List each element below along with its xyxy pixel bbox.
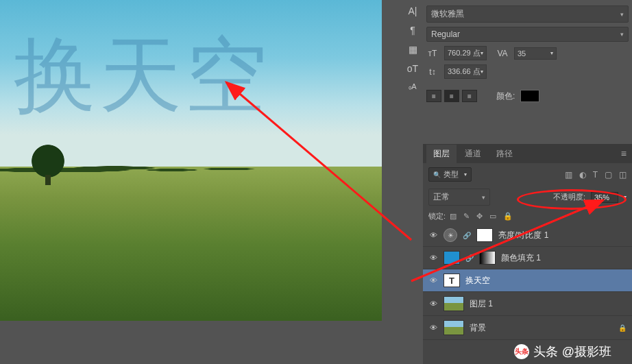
watermark: 头条 头条 @摄影班 [514,343,611,360]
visibility-toggle[interactable]: 👁 [428,276,438,285]
lock-icon: 🔒 [618,324,627,332]
character-panel: 微软雅黑 Regular тT 760.29 点 VA 35 t↕ 336.66… [426,3,629,104]
font-family-select[interactable]: 微软雅黑 [426,5,629,23]
lock-pixels-icon[interactable]: ✎ [463,212,470,221]
opacity-input[interactable]: 35% [591,192,618,203]
layer-name[interactable]: 颜色填充 1 [501,252,541,264]
leading-input[interactable]: 336.66 点 [444,64,487,79]
tracking-input[interactable]: 35 [514,47,557,60]
filter-shape-icon[interactable]: ▢ [605,170,612,180]
font-family-value: 微软雅黑 [431,8,464,20]
layer-name[interactable]: 图层 1 [470,298,493,310]
visibility-toggle[interactable]: 👁 [428,230,438,240]
opacity-dropdown-icon[interactable]: ▾ [624,194,627,200]
layer-row[interactable]: 👁 图层 1 [423,292,632,316]
filter-type-icon[interactable]: T [593,170,598,180]
watermark-prefix: 头条 [533,343,558,360]
lock-label: 锁定: [428,211,446,221]
image-layer-thumb[interactable] [443,320,464,335]
layer-row[interactable]: 👁 T 换天空 [423,269,632,292]
text-orientation-icon[interactable]: A| [409,5,417,16]
text-color-swatch[interactable] [520,90,539,102]
layer-filter-select[interactable]: 类型 [428,167,472,182]
layer-row[interactable]: 👁 背景 🔒 [423,316,632,340]
layer-name[interactable]: 背景 [470,322,486,334]
panel-menu-icon[interactable]: ≡ [621,148,627,159]
opentype-icon[interactable]: oT [407,63,418,74]
watermark-user: @摄影班 [562,343,611,360]
visibility-toggle[interactable]: 👁 [428,253,438,263]
panel-tabs: 图层 通道 路径 ≡ [423,144,632,163]
visibility-toggle[interactable]: 👁 [428,323,438,332]
canvas-tree [27,144,69,178]
link-icon: 🔗 [465,254,474,262]
glyphs-icon[interactable]: ▦ [409,44,417,55]
font-size-icon: тT [426,47,439,60]
layer-mask-thumb[interactable] [476,228,493,242]
lock-position-icon[interactable]: ✥ [476,212,483,221]
toutiao-logo-icon: 头条 [514,344,529,359]
font-style-select[interactable]: Regular [426,27,629,42]
layer-row[interactable]: 👁 🔗 颜色填充 1 [423,247,632,269]
tracking-icon: VA [496,47,509,60]
tab-paths[interactable]: 路径 [489,145,520,163]
lock-transparency-icon[interactable]: ▨ [450,212,457,221]
color-label: 颜色: [496,90,515,102]
layer-name[interactable]: 换天空 [465,275,490,287]
lock-all-icon[interactable]: 🔒 [503,212,513,221]
align-center-button[interactable]: ≡ [444,90,459,102]
layer-row[interactable]: 👁 ☀ 🔗 亮度/对比度 1 [423,224,632,247]
document-canvas[interactable]: 换天空 [0,0,382,321]
canvas-grass [0,167,382,321]
layer-name[interactable]: 亮度/对比度 1 [498,230,548,241]
filter-pixel-icon[interactable]: ▥ [565,170,572,180]
layer-mask-thumb[interactable] [479,251,496,265]
blend-mode-select[interactable]: 正常 [428,189,490,206]
link-icon: 🔗 [463,232,471,239]
character-style-icon[interactable]: ₀A [409,82,416,91]
font-style-value: Regular [431,29,460,39]
layer-list: 👁 ☀ 🔗 亮度/对比度 1 👁 🔗 颜色填充 1 👁 T 换天空 👁 [423,224,632,340]
layers-panel: 图层 通道 路径 ≡ 类型 ▥ ◐ T ▢ ◫ 正常 不透明度: 35% ▾ 锁… [423,144,632,364]
filter-adjustment-icon[interactable]: ◐ [579,170,586,180]
lock-artboard-icon[interactable]: ▭ [489,212,496,221]
image-layer-thumb[interactable] [443,296,464,311]
adjustment-icon: ☀ [443,228,457,242]
align-right-button[interactable]: ≡ [462,90,477,102]
canvas-text-layer[interactable]: 换天空 [14,21,271,132]
tab-layers[interactable]: 图层 [426,145,457,163]
filter-smartobj-icon[interactable]: ◫ [619,170,627,180]
opacity-label: 不透明度: [553,192,585,202]
font-size-input[interactable]: 760.29 点 [444,46,487,60]
text-layer-thumb[interactable]: T [443,274,460,287]
right-panels: A| ¶ ▦ oT ₀A 微软雅黑 Regular тT 760.29 点 VA… [423,0,632,364]
fill-thumb[interactable] [443,251,460,265]
align-left-button[interactable]: ≡ [426,90,441,102]
leading-icon: t↕ [426,66,439,78]
tab-channels[interactable]: 通道 [458,145,488,163]
paragraph-icon[interactable]: ¶ [410,25,415,36]
visibility-toggle[interactable]: 👁 [428,299,438,308]
